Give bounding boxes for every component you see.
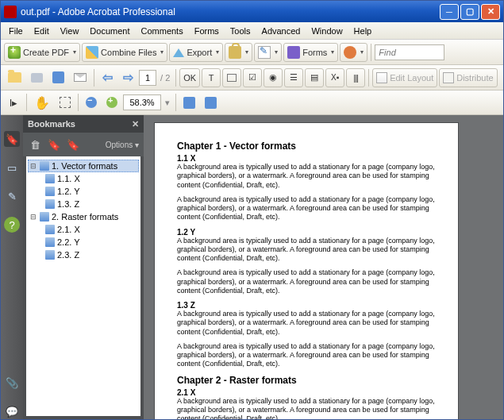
plus-circle-icon bbox=[106, 97, 117, 108]
save-icon bbox=[52, 71, 64, 83]
bookmarks-tab[interactable]: 🔖 bbox=[4, 131, 20, 147]
prev-page-button[interactable]: ⇦ bbox=[98, 68, 117, 87]
sign-button[interactable] bbox=[254, 43, 282, 62]
menu-comments[interactable]: Comments bbox=[137, 25, 188, 37]
distribute-label: Distribute bbox=[456, 73, 493, 83]
x-tool-button[interactable]: X▪ bbox=[325, 68, 344, 87]
close-button[interactable]: ✕ bbox=[481, 4, 500, 20]
close-panel-button[interactable]: ✕ bbox=[132, 119, 139, 129]
bookmark-node[interactable]: ⊟ 1. Vector formats bbox=[28, 160, 139, 172]
page-number-input[interactable] bbox=[139, 70, 156, 86]
comments-tab[interactable]: 💬 bbox=[4, 403, 20, 419]
menu-edit[interactable]: Edit bbox=[29, 25, 54, 37]
edit-layout-button[interactable]: Edit Layout bbox=[372, 68, 437, 87]
help-tab[interactable]: ? bbox=[4, 217, 20, 233]
menu-window[interactable]: Window bbox=[306, 25, 347, 37]
bookmark-label: 2. Raster formats bbox=[52, 212, 118, 222]
attachments-tab[interactable]: 📎 bbox=[4, 375, 20, 391]
page-total-label: / 2 bbox=[158, 73, 172, 83]
list-tool-button[interactable]: ▤ bbox=[305, 68, 324, 87]
collapse-icon[interactable]: ⊟ bbox=[29, 213, 37, 221]
edit-layout-label: Edit Layout bbox=[390, 73, 433, 83]
menu-forms[interactable]: Forms bbox=[190, 25, 224, 37]
zoom-out-button[interactable] bbox=[82, 93, 101, 112]
distribute-button[interactable]: Distribute bbox=[439, 68, 497, 87]
bookmark-node[interactable]: ⊟ 2. Raster formats bbox=[28, 210, 139, 223]
menu-view[interactable]: View bbox=[56, 25, 84, 37]
text-icon: T bbox=[209, 73, 214, 83]
bookmark-icon bbox=[45, 250, 55, 260]
radio-icon: ◉ bbox=[269, 72, 277, 83]
review-button[interactable] bbox=[340, 43, 367, 62]
bookmarks-title: Bookmarks bbox=[28, 119, 75, 129]
open-button[interactable] bbox=[4, 68, 25, 87]
menu-file[interactable]: File bbox=[4, 25, 28, 37]
combine-files-button[interactable]: Combine Files bbox=[82, 43, 167, 62]
combo-tool-button[interactable]: ☰ bbox=[284, 68, 303, 87]
section-heading: 2.1 X bbox=[177, 388, 436, 397]
next-page-button[interactable]: ⇨ bbox=[118, 68, 137, 87]
section-heading: 1.3 Z bbox=[177, 301, 436, 310]
bookmark-node[interactable]: 2.3. Z bbox=[28, 249, 139, 261]
text-tool-button[interactable]: T bbox=[202, 68, 221, 87]
bookmark-label: 2.1. X bbox=[57, 225, 80, 234]
bookmark-label: 2.2. Y bbox=[57, 237, 80, 247]
bookmark-node[interactable]: 1.3. Z bbox=[28, 198, 139, 210]
marquee-zoom-button[interactable] bbox=[56, 93, 75, 112]
paragraph: A background area is typically used to a… bbox=[177, 237, 436, 264]
save-button[interactable] bbox=[48, 68, 68, 87]
email-button[interactable] bbox=[70, 68, 90, 87]
cursor-icon: I▸ bbox=[10, 97, 18, 109]
menu-tools[interactable]: Tools bbox=[225, 25, 256, 37]
field-tool-button[interactable] bbox=[222, 68, 241, 87]
secure-button[interactable] bbox=[225, 43, 252, 62]
document-viewport[interactable]: Chapter 1 - Vector formats 1.1 X A backg… bbox=[144, 115, 503, 419]
bookmark-label: 2.3. Z bbox=[57, 250, 79, 260]
zoom-level-input[interactable] bbox=[123, 94, 161, 110]
forms-button[interactable]: Forms bbox=[283, 43, 338, 62]
ok-button[interactable]: OK bbox=[179, 68, 200, 87]
signatures-tab[interactable]: ✎ bbox=[4, 188, 20, 204]
menu-advanced[interactable]: Advanced bbox=[257, 25, 306, 37]
bookmark-node[interactable]: 2.1. X bbox=[28, 223, 139, 236]
forms-label: Forms bbox=[302, 48, 327, 57]
menu-help[interactable]: Help bbox=[349, 25, 377, 37]
pages-tab[interactable]: ▭ bbox=[4, 160, 20, 175]
layout-icon bbox=[183, 97, 195, 109]
delete-bookmark-button[interactable]: 🗑 bbox=[28, 137, 42, 152]
print-button[interactable] bbox=[27, 68, 47, 87]
menu-document[interactable]: Document bbox=[85, 25, 134, 37]
zoom-in-button[interactable] bbox=[102, 93, 121, 112]
radio-tool-button[interactable]: ◉ bbox=[264, 68, 283, 87]
bookmark-node[interactable]: 1.1. X bbox=[28, 172, 139, 185]
bookmark-node[interactable]: 2.2. Y bbox=[28, 236, 139, 249]
create-pdf-label: Create PDF bbox=[23, 48, 69, 57]
new-bookmark-button[interactable]: 🔖 bbox=[47, 137, 61, 152]
bookmark-node[interactable]: 1.2. Y bbox=[28, 185, 139, 198]
bookmark-icon bbox=[45, 237, 55, 247]
paragraph: A background area is typically used to a… bbox=[177, 195, 436, 222]
maximize-button[interactable]: ▢ bbox=[460, 4, 479, 20]
mail-icon bbox=[74, 73, 87, 82]
hand-tool-button[interactable]: ✋ bbox=[30, 93, 54, 112]
layout-1-button[interactable] bbox=[179, 93, 199, 112]
layout-2-button[interactable] bbox=[201, 93, 221, 112]
checkbox-tool-button[interactable]: ☑ bbox=[243, 68, 262, 87]
bookmarks-toolbar: 🗑 🔖 🔖 Options ▾ bbox=[23, 133, 144, 156]
collapse-icon[interactable]: ⊟ bbox=[29, 162, 37, 170]
separator bbox=[26, 94, 27, 111]
toolbar-main: Create PDF Combine Files Export Forms bbox=[1, 40, 503, 65]
bookmarks-panel: Bookmarks ✕ 🗑 🔖 🔖 Options ▾ ⊟ 1. Vector … bbox=[23, 115, 144, 419]
main-content: 🔖 ▭ ✎ ? 📎 💬 Bookmarks ✕ 🗑 🔖 🔖 Options ▾ … bbox=[1, 115, 503, 419]
chapter-heading: Chapter 1 - Vector formats bbox=[177, 141, 436, 152]
select-tool-button[interactable]: I▸ bbox=[4, 93, 23, 112]
create-pdf-button[interactable]: Create PDF bbox=[4, 43, 80, 62]
new-bookmark-from-struct-button[interactable]: 🔖 bbox=[66, 137, 80, 152]
export-button[interactable]: Export bbox=[169, 43, 223, 62]
find-input[interactable] bbox=[375, 44, 444, 60]
bookmark-icon bbox=[40, 161, 49, 171]
bookmarks-options-button[interactable]: Options ▾ bbox=[106, 141, 139, 149]
zoom-dropdown[interactable]: ▾ bbox=[163, 98, 172, 108]
barcode-tool-button[interactable]: ||| bbox=[346, 68, 365, 87]
minimize-button[interactable]: ─ bbox=[440, 4, 459, 20]
